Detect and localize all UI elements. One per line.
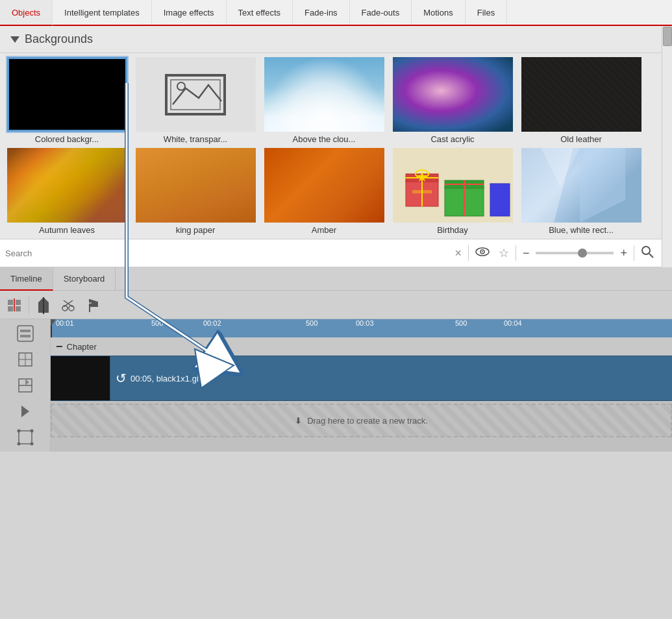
- svg-rect-13: [412, 190, 432, 193]
- ruler-time-0001: 00:01: [56, 319, 74, 327]
- zoom-in-button[interactable]: +: [617, 244, 630, 263]
- bg-label-acrylic: Cast acrylic: [430, 134, 474, 144]
- drag-label: Drag here to create a new track.: [307, 416, 428, 426]
- playhead-button[interactable]: [32, 293, 55, 317]
- bg-thumb-white: [136, 57, 256, 132]
- search-bar: × ☆ − +: [0, 239, 662, 267]
- bg-label-leather: Old leather: [560, 134, 602, 144]
- top-nav: Objects Intelligent templates Image effe…: [0, 0, 672, 26]
- bg-item-autumn[interactable]: Autumn leaves: [5, 148, 129, 235]
- bg-label-colored: Colored backgr...: [35, 134, 99, 144]
- bg-thumb-wrapping: [136, 148, 256, 223]
- scissors-button[interactable]: [56, 293, 80, 317]
- toolbar-separator-1: [29, 296, 29, 314]
- ruler-time-500-3: 500: [455, 319, 467, 327]
- svg-point-48: [17, 430, 20, 433]
- frame-icon: [163, 72, 228, 117]
- resize-icon: [16, 350, 34, 369]
- bg-thumb-birthday: [393, 148, 513, 223]
- chapter-label: Chapter: [67, 342, 97, 352]
- transform-icon: [16, 428, 34, 446]
- tab-timeline[interactable]: Timeline: [0, 267, 53, 291]
- ruler-time-500-2: 500: [306, 319, 317, 327]
- clear-search-button[interactable]: ×: [452, 244, 464, 263]
- eye-button[interactable]: [473, 244, 492, 263]
- bg-item-leather[interactable]: Old leather: [519, 57, 643, 144]
- split-icon: [6, 297, 22, 313]
- video-track[interactable]: ↺ 00:05, black1x1.gif: [51, 356, 672, 401]
- timeline-toolbar: [0, 291, 672, 319]
- svg-point-2: [177, 82, 185, 90]
- timeline-left-panel: [0, 319, 51, 452]
- tab-image-effects[interactable]: Image effects: [152, 0, 227, 25]
- svg-marker-16: [580, 148, 625, 223]
- search-button[interactable]: [638, 243, 656, 263]
- backgrounds-title: Backgrounds: [25, 32, 93, 46]
- transform-button[interactable]: [14, 426, 37, 449]
- search-input[interactable]: [5, 249, 448, 258]
- divider-2: [516, 245, 516, 261]
- svg-rect-12: [490, 184, 510, 216]
- drag-new-track: ⬇ Drag here to create a new track.: [51, 404, 672, 437]
- tab-motions[interactable]: Motions: [412, 0, 466, 25]
- backgrounds-grid-row1: Colored backgr... White, transpar...: [0, 53, 662, 145]
- bg-item-birthday[interactable]: Birthday: [391, 148, 514, 235]
- bg-item-colored[interactable]: Colored backgr...: [5, 57, 129, 144]
- svg-rect-26: [16, 306, 21, 311]
- add-track-button[interactable]: [14, 322, 37, 345]
- zoom-slider[interactable]: [536, 252, 614, 254]
- tab-fade-outs[interactable]: Fade-outs: [350, 0, 412, 25]
- collapse-triangle-icon[interactable]: [10, 36, 19, 43]
- birthday-svg: [393, 148, 513, 223]
- tab-fade-ins[interactable]: Fade-ins: [293, 0, 350, 25]
- svg-rect-25: [8, 306, 13, 311]
- tab-objects[interactable]: Objects: [0, 0, 53, 26]
- bg-item-amber[interactable]: Amber: [262, 148, 386, 235]
- chapter-minus-icon[interactable]: −: [56, 341, 63, 352]
- bg-label-birthday: Birthday: [437, 225, 468, 235]
- bg-thumb-acrylic: [393, 57, 513, 132]
- svg-line-22: [649, 254, 653, 258]
- svg-marker-45: [25, 379, 29, 385]
- svg-rect-38: [20, 330, 31, 332]
- bg-thumb-autumn: [7, 148, 127, 223]
- bg-label-blue-rect: Blue, white rect...: [549, 225, 614, 235]
- split-tool-button[interactable]: [3, 293, 26, 317]
- trim-icon: [16, 376, 34, 394]
- svg-rect-47: [19, 431, 32, 444]
- backgrounds-grid-row2: Autumn leaves king paper Amber: [0, 145, 662, 239]
- tab-text-effects[interactable]: Text effects: [227, 0, 293, 25]
- arrow-button[interactable]: [14, 400, 37, 423]
- tab-files[interactable]: Files: [466, 0, 507, 25]
- star-button[interactable]: ☆: [496, 243, 512, 263]
- bg-item-clouds[interactable]: Above the clou...: [262, 57, 386, 144]
- bg-thumb-clouds: [264, 57, 384, 132]
- drag-icon: ⬇: [295, 416, 302, 426]
- bg-item-wrapping[interactable]: king paper: [134, 148, 257, 235]
- flag-button[interactable]: [81, 293, 105, 317]
- bg-item-white[interactable]: White, transpar...: [134, 57, 257, 144]
- svg-point-51: [30, 443, 33, 446]
- svg-rect-24: [16, 300, 21, 305]
- ruler-time-500-1: 500: [151, 319, 163, 327]
- bg-item-blue-rect[interactable]: Blue, white rect...: [519, 148, 643, 235]
- resize-button[interactable]: [14, 348, 37, 371]
- trim-button[interactable]: [14, 374, 37, 397]
- playhead-icon: [37, 296, 50, 314]
- scrollbar-thumb[interactable]: [663, 27, 672, 46]
- flag-icon: [86, 298, 99, 312]
- add-track-icon: [16, 324, 34, 343]
- video-thumb: [51, 356, 110, 400]
- arrow-right-icon: [20, 404, 31, 419]
- scissors-icon: [61, 298, 75, 312]
- zoom-slider-thumb[interactable]: [578, 249, 587, 258]
- bg-thumb-amber: [264, 148, 384, 223]
- video-filename: 00:05, black1x1.gif: [131, 374, 201, 383]
- bg-item-acrylic[interactable]: Cast acrylic: [391, 57, 514, 144]
- zoom-out-button[interactable]: −: [520, 244, 532, 263]
- tab-storyboard[interactable]: Storyboard: [53, 267, 116, 290]
- divider-3: [634, 245, 634, 261]
- bg-label-autumn: Autumn leaves: [39, 225, 95, 235]
- bg-label-amber: Amber: [312, 225, 336, 235]
- tab-intelligent-templates[interactable]: Intelligent templates: [53, 0, 152, 25]
